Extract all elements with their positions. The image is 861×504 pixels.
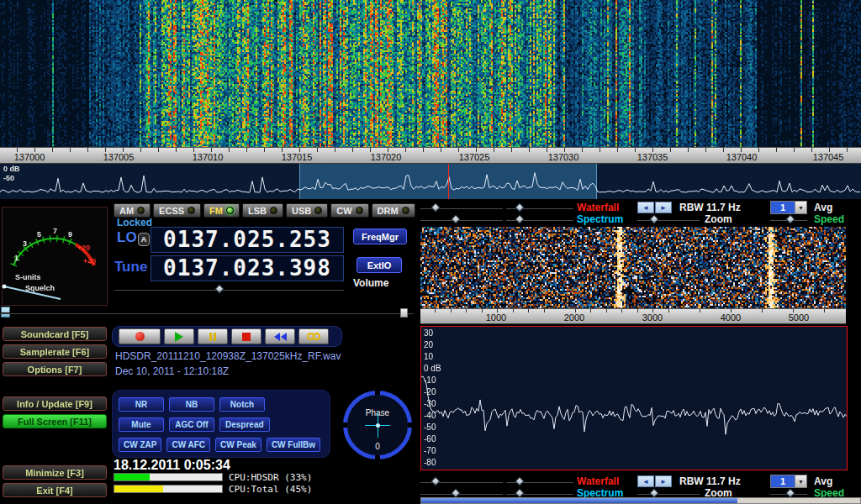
- tune-label: Tune: [114, 259, 147, 276]
- slider-handle[interactable]: [430, 202, 440, 212]
- play-button[interactable]: [164, 328, 194, 344]
- cw-afc-button[interactable]: CW AFC: [166, 438, 210, 452]
- nr-button[interactable]: NR: [119, 397, 164, 412]
- scrollbar-thumb[interactable]: [421, 498, 737, 503]
- scale-label: 137005: [93, 152, 144, 162]
- db-scale-label: -20: [424, 387, 436, 396]
- phase-dot-icon: [376, 423, 380, 428]
- cpu-hdsdr-fill: [114, 474, 150, 480]
- zoom-slider[interactable]: [637, 215, 700, 225]
- af-position-scrollbar[interactable]: [420, 497, 861, 504]
- rf-spectrum-display[interactable]: 0 dB -50: [0, 164, 861, 199]
- af-spectrum-display[interactable]: 30 20 10 0 dB -10 -20 -30 -40 -50 -60 -7…: [420, 326, 848, 470]
- spectrum-tab[interactable]: Spectrum: [577, 213, 623, 225]
- mode-button-cw[interactable]: CW: [330, 203, 368, 218]
- slider-handle[interactable]: [515, 202, 524, 212]
- lo-frequency-display[interactable]: 0137.025.253: [151, 227, 344, 253]
- dsp-row: CW ZAP CW AFC CW Peak CW FullBw: [119, 438, 324, 452]
- waterfall-tab[interactable]: Waterfall: [577, 202, 619, 213]
- exit-button[interactable]: Exit [F4]: [3, 483, 107, 497]
- nb-button[interactable]: NB: [169, 397, 214, 412]
- db-scale-label: 20: [424, 340, 433, 349]
- slider-handle[interactable]: [785, 214, 795, 223]
- lock-badge-icon[interactable]: A: [138, 233, 150, 246]
- rbw-label: RBW 11.7 Hz: [679, 475, 741, 487]
- mode-button-drm[interactable]: DRM: [372, 203, 415, 218]
- db-scale-label: -60: [424, 434, 436, 444]
- range-slider[interactable]: [420, 215, 503, 225]
- slider-handle[interactable]: [515, 476, 524, 486]
- cw-peak-button[interactable]: CW Peak: [215, 438, 261, 452]
- chevron-down-icon[interactable]: ▼: [795, 475, 806, 487]
- minimize-button[interactable]: Minimize [F3]: [3, 465, 107, 480]
- pane-splitter[interactable]: [0, 308, 414, 318]
- mode-button-ecss[interactable]: ECSS: [153, 203, 201, 218]
- tune-frequency-display[interactable]: 0137.023.398: [151, 255, 344, 281]
- record-icon: [135, 332, 145, 341]
- arrow-left-button[interactable]: ◄: [637, 202, 654, 213]
- slider-handle[interactable]: [515, 214, 524, 223]
- cpu-hdsdr-bar: [114, 473, 223, 481]
- mode-button-am[interactable]: AM: [114, 203, 151, 218]
- despread-button[interactable]: Despread: [219, 417, 270, 432]
- cpu-total-fill: [114, 486, 163, 492]
- mode-button-fm[interactable]: FM: [203, 203, 240, 218]
- mode-button-usb[interactable]: USB: [286, 203, 328, 218]
- offset-slider[interactable]: [506, 215, 573, 225]
- contrast-slider[interactable]: [420, 477, 503, 487]
- info-update-button[interactable]: Info / Update [F9]: [3, 396, 107, 411]
- cw-zap-button[interactable]: CW ZAP: [119, 438, 161, 452]
- waterfall-tab[interactable]: Waterfall: [577, 475, 619, 487]
- slider-handle[interactable]: [649, 488, 658, 497]
- contrast-slider[interactable]: [420, 203, 503, 213]
- agc-button[interactable]: AGC Off: [169, 417, 214, 432]
- freqmgr-button[interactable]: FreqMgr: [353, 228, 407, 244]
- slider-handle[interactable]: [515, 488, 524, 497]
- slider-handle[interactable]: [451, 488, 460, 497]
- mode-label: AM: [119, 206, 134, 216]
- speed-slider[interactable]: [770, 215, 807, 225]
- af-waterfall-display[interactable]: [420, 227, 846, 308]
- db-scale-label: 30: [424, 328, 433, 338]
- brightness-slider[interactable]: [506, 203, 573, 213]
- pause-button[interactable]: [198, 328, 228, 344]
- dsp-row: Mute AGC Off Despread: [119, 417, 324, 432]
- stop-button[interactable]: [231, 328, 261, 344]
- hdsdr-window: 137000 137005 137010 137015 137020 13702…: [0, 0, 861, 504]
- avg-count-dropdown[interactable]: 1 ▼: [770, 201, 807, 214]
- samplerate-button[interactable]: Samplerate [F6]: [3, 344, 107, 359]
- slider-handle[interactable]: [785, 488, 795, 497]
- extio-button[interactable]: ExtIO: [357, 257, 402, 273]
- options-button[interactable]: Options [F7]: [3, 362, 107, 376]
- arrow-right-button[interactable]: ►: [655, 202, 672, 213]
- s-meter-over-label: +40: [83, 257, 96, 265]
- rewind-button[interactable]: [265, 328, 295, 344]
- brightness-slider[interactable]: [506, 477, 573, 487]
- soundcard-button[interactable]: Soundcard [F5]: [3, 327, 107, 341]
- rf-frequency-scale[interactable]: 137000 137005 137010 137015 137020 13702…: [0, 147, 861, 164]
- dsp-panel: NR NB Notch Mute AGC Off Despread CW ZAP…: [112, 390, 330, 458]
- rf-waterfall-display[interactable]: [0, 0, 861, 147]
- chevron-down-icon[interactable]: ▼: [795, 202, 806, 213]
- volume-slider-handle[interactable]: [214, 284, 224, 293]
- splitter-grip[interactable]: [400, 308, 408, 318]
- mode-button-lsb[interactable]: LSB: [242, 203, 283, 218]
- notch-button[interactable]: Notch: [219, 397, 265, 412]
- mute-button[interactable]: Mute: [119, 417, 164, 432]
- arrow-left-button[interactable]: ◄: [637, 475, 654, 487]
- af-frequency-scale[interactable]: 1000 2000 3000 4000 5000: [420, 308, 846, 324]
- ring-notch: [343, 423, 347, 428]
- volume-label: Volume: [353, 277, 388, 289]
- fullscreen-button[interactable]: Full Screen [F11]: [3, 414, 107, 428]
- playback-timestamp: Dec 10, 2011 - 12:10:18Z: [115, 365, 229, 377]
- slider-handle[interactable]: [451, 214, 460, 223]
- record-button[interactable]: [119, 328, 161, 344]
- slider-handle[interactable]: [649, 214, 658, 223]
- loop-button[interactable]: [298, 328, 329, 344]
- slider-handle[interactable]: [430, 476, 440, 486]
- arrow-right-button[interactable]: ►: [655, 475, 672, 487]
- avg-count-value: 1: [771, 475, 795, 487]
- volume-slider[interactable]: [115, 285, 344, 295]
- avg-count-dropdown[interactable]: 1 ▼: [770, 475, 807, 488]
- cw-fullbw-button[interactable]: CW FullBw: [267, 438, 320, 452]
